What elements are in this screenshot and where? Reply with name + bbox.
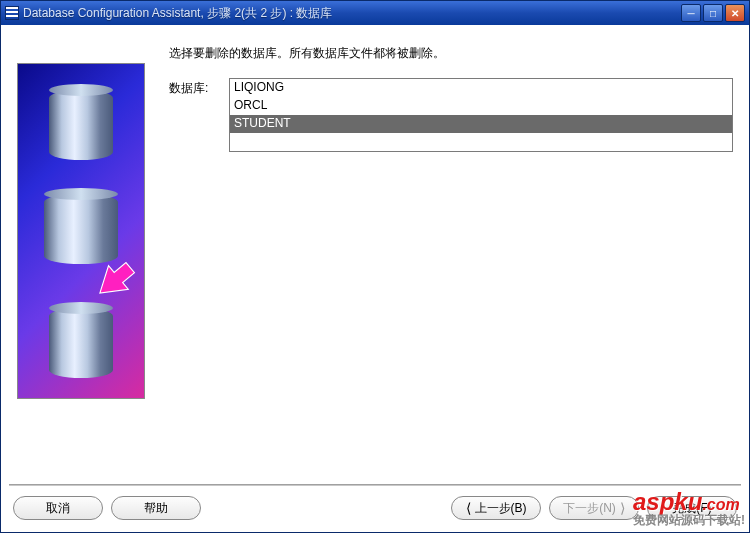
chevron-left-icon: ⟨ (466, 501, 471, 515)
button-row: 取消 帮助 ⟨ 上一步(B) 下一步(N) ⟩ 完成(F) (1, 486, 749, 532)
svg-marker-0 (90, 256, 140, 305)
maximize-button[interactable]: □ (703, 4, 723, 22)
close-button[interactable]: ✕ (725, 4, 745, 22)
database-listbox[interactable]: LIQIONG ORCL STUDENT (229, 78, 733, 152)
list-item[interactable]: ORCL (230, 97, 732, 115)
titlebar[interactable]: Database Configuration Assistant, 步骤 2(共… (1, 1, 749, 25)
list-item[interactable]: STUDENT (230, 115, 732, 133)
cylinder-icon (44, 194, 118, 264)
database-row: 数据库: LIQIONG ORCL STUDENT (165, 78, 733, 152)
app-window: Database Configuration Assistant, 步骤 2(共… (0, 0, 750, 533)
cylinder-icon (49, 308, 113, 378)
button-label: 完成(F) (672, 500, 711, 517)
button-label: 下一步(N) (563, 500, 616, 517)
button-label: 上一步(B) (475, 500, 527, 517)
minimize-button[interactable]: ─ (681, 4, 701, 22)
help-button[interactable]: 帮助 (111, 496, 201, 520)
wizard-graphic (17, 63, 145, 399)
app-icon (5, 6, 19, 20)
next-button: 下一步(N) ⟩ (549, 496, 639, 520)
form-panel: 选择要删除的数据库。所有数据库文件都将被删除。 数据库: LIQIONG ORC… (165, 41, 733, 484)
cancel-button[interactable]: 取消 (13, 496, 103, 520)
window-controls: ─ □ ✕ (681, 4, 745, 22)
back-button[interactable]: ⟨ 上一步(B) (451, 496, 541, 520)
instruction-text: 选择要删除的数据库。所有数据库文件都将被删除。 (165, 45, 733, 62)
button-label: 帮助 (144, 500, 168, 517)
chevron-right-icon: ⟩ (620, 501, 625, 515)
content-area: 选择要删除的数据库。所有数据库文件都将被删除。 数据库: LIQIONG ORC… (1, 25, 749, 532)
button-label: 取消 (46, 500, 70, 517)
cylinder-icon (49, 90, 113, 160)
finish-button[interactable]: 完成(F) (647, 496, 737, 520)
window-title: Database Configuration Assistant, 步骤 2(共… (23, 5, 681, 22)
main-area: 选择要删除的数据库。所有数据库文件都将被删除。 数据库: LIQIONG ORC… (1, 25, 749, 484)
database-label: 数据库: (165, 78, 221, 97)
list-item[interactable]: LIQIONG (230, 79, 732, 97)
